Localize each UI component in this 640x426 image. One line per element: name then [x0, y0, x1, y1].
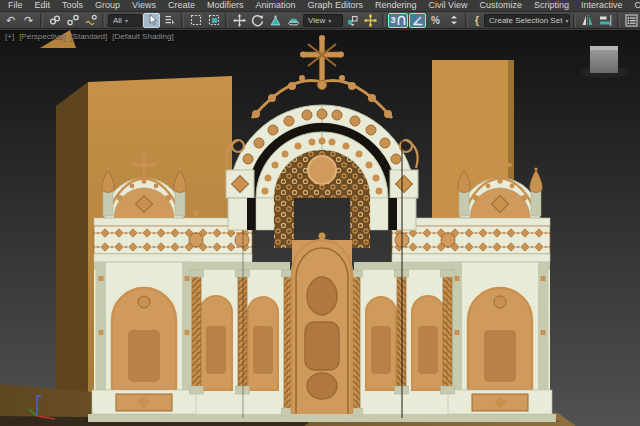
- use-pivot-point-center-button[interactable]: [344, 13, 361, 28]
- space-warp-icon: [85, 14, 97, 26]
- chevron-down-icon: ▾: [125, 17, 128, 24]
- menu-item[interactable]: Content: [628, 0, 640, 11]
- percent-snap-label: %: [431, 15, 440, 26]
- menu-item[interactable]: File: [2, 0, 29, 11]
- named-selection-sets-dropdown[interactable]: Create Selection Set▾: [484, 14, 570, 27]
- bind-to-space-warp-button[interactable]: [82, 13, 99, 28]
- toolbar-separator: [102, 14, 105, 27]
- viewport-pov-label[interactable]: [Perspective]: [19, 32, 65, 41]
- unlink-icon: [67, 14, 79, 26]
- rotate-icon: [251, 14, 264, 27]
- undo-button[interactable]: ↶: [2, 13, 19, 28]
- coordinate-system-value: View: [308, 16, 325, 25]
- spinner-snap-toggle-button[interactable]: [445, 13, 462, 28]
- toolbar-separator: [382, 14, 385, 27]
- named-selection-sets-value: Create Selection Set: [489, 16, 562, 25]
- toolbar-separator: [40, 14, 43, 27]
- mirror-button[interactable]: [579, 13, 596, 28]
- scale-icon: [269, 14, 282, 27]
- toolbar-separator: [225, 14, 228, 27]
- menu-item[interactable]: Customize: [473, 0, 528, 11]
- select-by-name-icon: [164, 14, 176, 26]
- redo-icon: ↷: [24, 15, 33, 26]
- menu-item[interactable]: Create: [162, 0, 201, 11]
- align-icon: [599, 14, 612, 27]
- toolbar-separator: [181, 14, 184, 27]
- pivot-center-icon: [346, 14, 359, 27]
- link-icon: [49, 14, 61, 26]
- toolbar-separator: [617, 14, 620, 27]
- magnet-icon: [397, 15, 406, 26]
- viewport-style-label[interactable]: [Standard]: [70, 32, 107, 41]
- select-and-scale-button[interactable]: [267, 13, 284, 28]
- align-button[interactable]: [597, 13, 614, 28]
- undo-icon: ↶: [6, 15, 15, 26]
- toggle-scene-explorer-button[interactable]: [623, 13, 640, 28]
- scene-explorer-icon: [625, 14, 638, 27]
- redo-button[interactable]: ↷: [20, 13, 37, 28]
- select-object-button[interactable]: [143, 13, 160, 28]
- select-and-link-button[interactable]: [46, 13, 63, 28]
- menu-item[interactable]: Rendering: [369, 0, 423, 11]
- royal-doors[interactable]: [290, 233, 354, 423]
- menu-item[interactable]: Graph Editors: [301, 0, 369, 11]
- percent-snap-toggle-button[interactable]: %: [427, 13, 444, 28]
- selection-filter-value: All: [113, 16, 122, 25]
- place-icon: [287, 14, 300, 27]
- viewport-label-bar: [+] [Perspective] [Standard] [Default Sh…: [5, 32, 174, 41]
- viewport-general-menu[interactable]: [+]: [5, 32, 14, 41]
- menu-item[interactable]: Interactive: [575, 0, 629, 11]
- mirror-icon: [581, 14, 594, 27]
- menu-item[interactable]: Group: [89, 0, 126, 11]
- snap-toggle-3d-button[interactable]: 3: [388, 13, 408, 28]
- spinner-snap-icon: [448, 14, 460, 26]
- viewport-shading-label[interactable]: [Default Shading]: [112, 32, 173, 41]
- chevron-down-icon: ▾: [328, 17, 331, 24]
- select-and-manipulate-button[interactable]: [362, 13, 379, 28]
- select-and-place-button[interactable]: [285, 13, 302, 28]
- 3ds-max-window: FileEditToolsGroupViewsCreateModifiersAn…: [0, 0, 640, 426]
- menu-bar: FileEditToolsGroupViewsCreateModifiersAn…: [0, 0, 640, 12]
- angle-snap-toggle-button[interactable]: [409, 13, 426, 28]
- menu-item[interactable]: Tools: [56, 0, 89, 11]
- select-and-rotate-button[interactable]: [249, 13, 266, 28]
- move-icon: [233, 14, 246, 27]
- toolbar-separator: [465, 14, 468, 27]
- snap-3d-label: 3: [390, 15, 395, 25]
- manipulate-icon: [364, 14, 377, 27]
- selection-filter-dropdown[interactable]: All▾: [108, 14, 142, 27]
- window-crossing-icon: [208, 14, 220, 26]
- toolbar-separator: [573, 14, 576, 27]
- select-by-name-button[interactable]: [161, 13, 178, 28]
- menu-item[interactable]: Edit: [29, 0, 57, 11]
- edit-named-selection-sets-button[interactable]: {: [471, 13, 483, 28]
- main-toolbar: ↶ ↷ All▾ View▾ 3 % { Create Selection Se…: [0, 12, 640, 29]
- viewport-3d-scene[interactable]: [0, 30, 640, 426]
- menu-item[interactable]: Scripting: [528, 0, 575, 11]
- angle-snap-icon: [412, 14, 424, 26]
- menu-item[interactable]: Civil View: [423, 0, 474, 11]
- rectangular-selection-region-button[interactable]: [187, 13, 204, 28]
- reference-coordinate-system-dropdown[interactable]: View▾: [303, 14, 343, 27]
- menu-item[interactable]: Animation: [249, 0, 301, 11]
- select-and-move-button[interactable]: [231, 13, 248, 28]
- unlink-selection-button[interactable]: [64, 13, 81, 28]
- menu-item[interactable]: Modifiers: [201, 0, 250, 11]
- cursor-arrow-icon: [146, 14, 158, 26]
- menu-item[interactable]: Views: [126, 0, 162, 11]
- chevron-down-icon: ▾: [565, 17, 568, 24]
- window-crossing-toggle-button[interactable]: [205, 13, 222, 28]
- selection-sets-brace-icon: {: [475, 14, 479, 26]
- perspective-viewport[interactable]: [+] [Perspective] [Standard] [Default Sh…: [0, 30, 640, 426]
- selection-region-icon: [190, 14, 202, 26]
